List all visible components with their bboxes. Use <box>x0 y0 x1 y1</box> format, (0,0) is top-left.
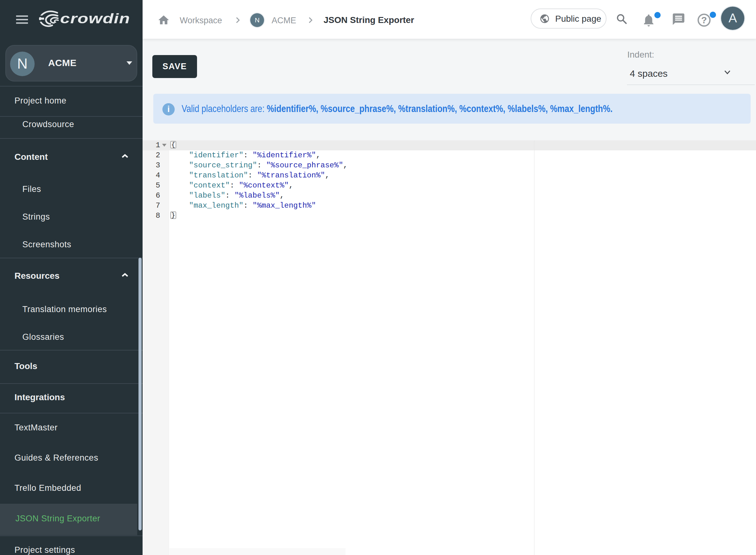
svg-text:?: ? <box>701 15 707 25</box>
